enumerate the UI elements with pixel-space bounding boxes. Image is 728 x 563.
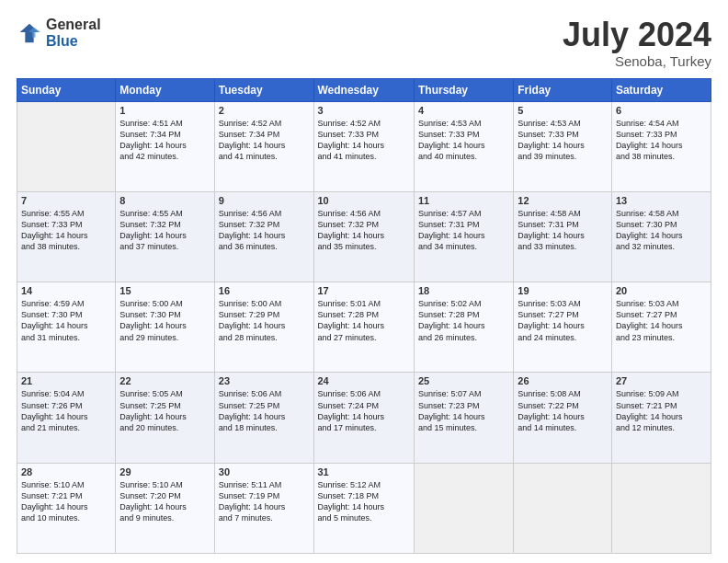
cal-cell: 5Sunrise: 4:53 AM Sunset: 7:33 PM Daylig… — [514, 101, 612, 191]
cell-info: Sunrise: 4:55 AM Sunset: 7:32 PM Dayligh… — [119, 208, 210, 253]
cal-cell: 1Sunrise: 4:51 AM Sunset: 7:34 PM Daylig… — [116, 101, 214, 191]
date-number: 24 — [318, 375, 410, 386]
date-number: 20 — [616, 285, 707, 296]
week-row-0: 1Sunrise: 4:51 AM Sunset: 7:34 PM Daylig… — [17, 101, 711, 191]
date-number: 19 — [518, 285, 608, 296]
cal-cell: 12Sunrise: 4:58 AM Sunset: 7:31 PM Dayli… — [514, 191, 612, 282]
cal-cell: 21Sunrise: 5:04 AM Sunset: 7:26 PM Dayli… — [17, 373, 116, 463]
cal-cell: 7Sunrise: 4:55 AM Sunset: 7:33 PM Daylig… — [17, 191, 116, 282]
cal-cell: 15Sunrise: 5:00 AM Sunset: 7:30 PM Dayli… — [116, 282, 214, 373]
date-number: 8 — [119, 195, 210, 206]
cal-cell: 20Sunrise: 5:03 AM Sunset: 7:27 PM Dayli… — [611, 282, 711, 373]
week-row-4: 28Sunrise: 5:10 AM Sunset: 7:21 PM Dayli… — [17, 463, 711, 553]
cell-info: Sunrise: 4:57 AM Sunset: 7:31 PM Dayligh… — [418, 208, 509, 253]
date-number: 22 — [119, 375, 210, 386]
date-number: 29 — [119, 466, 210, 477]
cal-cell: 11Sunrise: 4:57 AM Sunset: 7:31 PM Dayli… — [414, 191, 513, 282]
date-number: 3 — [318, 105, 410, 116]
cal-cell: 13Sunrise: 4:58 AM Sunset: 7:30 PM Dayli… — [611, 191, 711, 282]
cal-cell — [414, 463, 513, 553]
weekday-header-monday: Monday — [116, 78, 214, 101]
date-number: 2 — [219, 105, 310, 116]
date-number: 1 — [119, 105, 210, 116]
cal-cell: 27Sunrise: 5:09 AM Sunset: 7:21 PM Dayli… — [611, 373, 711, 463]
cell-info: Sunrise: 4:54 AM Sunset: 7:33 PM Dayligh… — [616, 118, 707, 163]
cal-cell: 24Sunrise: 5:06 AM Sunset: 7:24 PM Dayli… — [313, 373, 414, 463]
cell-info: Sunrise: 4:52 AM Sunset: 7:34 PM Dayligh… — [219, 118, 310, 163]
title-block: July 2024 Senoba, Turkey — [563, 17, 711, 69]
cell-info: Sunrise: 4:59 AM Sunset: 7:30 PM Dayligh… — [21, 298, 111, 343]
cell-info: Sunrise: 4:53 AM Sunset: 7:33 PM Dayligh… — [518, 118, 608, 163]
cal-cell: 10Sunrise: 4:56 AM Sunset: 7:32 PM Dayli… — [313, 191, 414, 282]
week-row-3: 21Sunrise: 5:04 AM Sunset: 7:26 PM Dayli… — [17, 373, 711, 463]
cell-info: Sunrise: 5:09 AM Sunset: 7:21 PM Dayligh… — [616, 388, 707, 433]
cell-info: Sunrise: 4:53 AM Sunset: 7:33 PM Dayligh… — [418, 118, 509, 163]
date-number: 4 — [418, 105, 509, 116]
date-number: 6 — [616, 105, 707, 116]
cal-cell: 16Sunrise: 5:00 AM Sunset: 7:29 PM Dayli… — [214, 282, 313, 373]
date-number: 26 — [518, 375, 608, 386]
calendar-table: SundayMondayTuesdayWednesdayThursdayFrid… — [17, 78, 711, 554]
cal-cell: 30Sunrise: 5:11 AM Sunset: 7:19 PM Dayli… — [214, 463, 313, 553]
cal-cell — [611, 463, 711, 553]
weekday-header-row: SundayMondayTuesdayWednesdayThursdayFrid… — [17, 78, 711, 101]
cell-info: Sunrise: 5:03 AM Sunset: 7:27 PM Dayligh… — [616, 298, 707, 343]
date-number: 25 — [418, 375, 509, 386]
cell-info: Sunrise: 5:12 AM Sunset: 7:18 PM Dayligh… — [318, 479, 410, 524]
date-number: 5 — [518, 105, 608, 116]
svg-marker-0 — [20, 23, 40, 42]
cell-info: Sunrise: 5:07 AM Sunset: 7:23 PM Dayligh… — [418, 388, 509, 433]
date-number: 21 — [21, 375, 111, 386]
logo-icon — [17, 20, 42, 46]
cell-info: Sunrise: 5:00 AM Sunset: 7:29 PM Dayligh… — [219, 298, 310, 343]
date-number: 27 — [616, 375, 707, 386]
logo-general: General — [46, 17, 101, 33]
cell-info: Sunrise: 4:52 AM Sunset: 7:33 PM Dayligh… — [318, 118, 410, 163]
cal-cell: 4Sunrise: 4:53 AM Sunset: 7:33 PM Daylig… — [414, 101, 513, 191]
weekday-header-thursday: Thursday — [414, 78, 513, 101]
cal-cell: 18Sunrise: 5:02 AM Sunset: 7:28 PM Dayli… — [414, 282, 513, 373]
week-row-1: 7Sunrise: 4:55 AM Sunset: 7:33 PM Daylig… — [17, 191, 711, 282]
cell-info: Sunrise: 4:56 AM Sunset: 7:32 PM Dayligh… — [318, 208, 410, 253]
cell-info: Sunrise: 4:55 AM Sunset: 7:33 PM Dayligh… — [21, 208, 111, 253]
cal-cell: 26Sunrise: 5:08 AM Sunset: 7:22 PM Dayli… — [514, 373, 612, 463]
weekday-header-sunday: Sunday — [17, 78, 116, 101]
cell-info: Sunrise: 5:00 AM Sunset: 7:30 PM Dayligh… — [119, 298, 210, 343]
cal-cell: 22Sunrise: 5:05 AM Sunset: 7:25 PM Dayli… — [116, 373, 214, 463]
cal-cell: 23Sunrise: 5:06 AM Sunset: 7:25 PM Dayli… — [214, 373, 313, 463]
cal-cell — [514, 463, 612, 553]
cal-cell: 6Sunrise: 4:54 AM Sunset: 7:33 PM Daylig… — [611, 101, 711, 191]
cell-info: Sunrise: 5:04 AM Sunset: 7:26 PM Dayligh… — [21, 388, 111, 433]
date-number: 31 — [318, 466, 410, 477]
cell-info: Sunrise: 5:05 AM Sunset: 7:25 PM Dayligh… — [119, 388, 210, 433]
date-number: 11 — [418, 195, 509, 206]
cal-cell: 8Sunrise: 4:55 AM Sunset: 7:32 PM Daylig… — [116, 191, 214, 282]
cell-info: Sunrise: 5:02 AM Sunset: 7:28 PM Dayligh… — [418, 298, 509, 343]
cal-cell: 28Sunrise: 5:10 AM Sunset: 7:21 PM Dayli… — [17, 463, 116, 553]
header: General Blue July 2024 Senoba, Turkey — [17, 17, 711, 69]
date-number: 14 — [21, 285, 111, 296]
date-number: 17 — [318, 285, 410, 296]
date-number: 18 — [418, 285, 509, 296]
date-number: 7 — [21, 195, 111, 206]
cell-info: Sunrise: 4:58 AM Sunset: 7:30 PM Dayligh… — [616, 208, 707, 253]
date-number: 13 — [616, 195, 707, 206]
cell-info: Sunrise: 5:10 AM Sunset: 7:21 PM Dayligh… — [21, 479, 111, 524]
cal-cell: 2Sunrise: 4:52 AM Sunset: 7:34 PM Daylig… — [214, 101, 313, 191]
date-number: 16 — [219, 285, 310, 296]
cell-info: Sunrise: 5:08 AM Sunset: 7:22 PM Dayligh… — [518, 388, 608, 433]
date-number: 10 — [318, 195, 410, 206]
date-number: 30 — [219, 466, 310, 477]
logo: General Blue — [17, 17, 101, 49]
location: Senoba, Turkey — [563, 53, 711, 69]
cell-info: Sunrise: 4:56 AM Sunset: 7:32 PM Dayligh… — [219, 208, 310, 253]
page: General Blue July 2024 Senoba, Turkey Su… — [0, 0, 728, 563]
cell-info: Sunrise: 5:01 AM Sunset: 7:28 PM Dayligh… — [318, 298, 410, 343]
date-number: 28 — [21, 466, 111, 477]
logo-blue: Blue — [46, 33, 101, 50]
date-number: 9 — [219, 195, 310, 206]
date-number: 12 — [518, 195, 608, 206]
date-number: 15 — [119, 285, 210, 296]
cal-cell — [17, 101, 116, 191]
cal-cell: 3Sunrise: 4:52 AM Sunset: 7:33 PM Daylig… — [313, 101, 414, 191]
